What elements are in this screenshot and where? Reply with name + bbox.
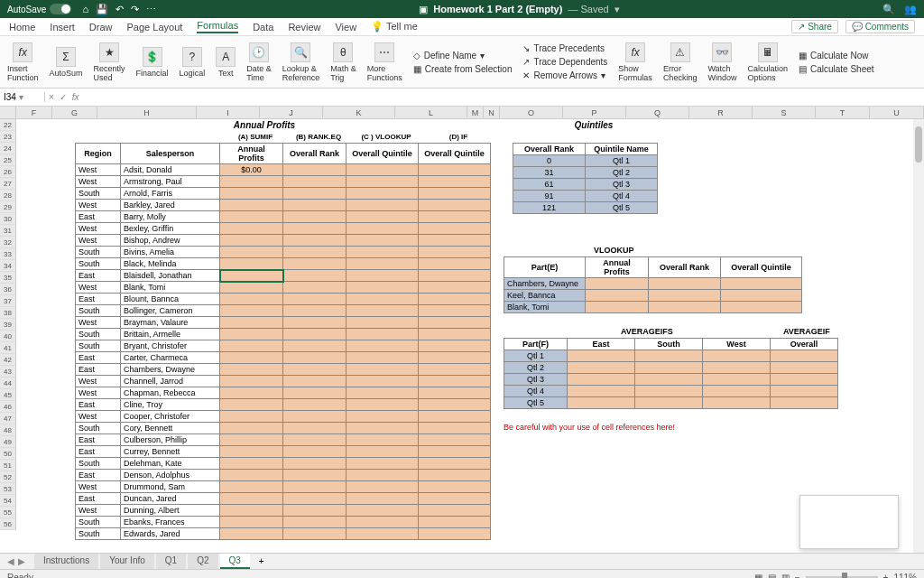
sheet-tab-q1[interactable]: Q1 (156, 554, 186, 569)
tab-formulas[interactable]: Formulas (197, 20, 238, 33)
create-from-selection-button[interactable]: ▦ Create from Selection (413, 64, 513, 74)
vlookup-table[interactable]: Part(E)Annual ProfitsOverall RankOverall… (504, 256, 802, 313)
watch-window-button[interactable]: 👓Watch Window (707, 42, 736, 82)
error-checking-button[interactable]: ⚠Error Checking (663, 42, 698, 82)
zoom-level[interactable]: 111% (893, 573, 917, 578)
sheet-area[interactable]: FGHIJKLMNOPQRSTU 22232425262728293031323… (0, 107, 924, 553)
sheet-tab-your-info[interactable]: Your Info (100, 554, 154, 569)
formula-bar: I34 ▾ ×✓ fx (0, 89, 924, 107)
sheet-tab-q3[interactable]: Q3 (220, 554, 250, 569)
tab-draw[interactable]: Draw (89, 22, 113, 33)
fx-label: fx (72, 92, 79, 102)
comments-button[interactable]: 💬 Comments (845, 20, 915, 33)
tab-data[interactable]: Data (253, 22, 273, 33)
quintiles-header: Quintiles (540, 120, 648, 130)
autosave-toggle[interactable]: AutoSave (7, 4, 71, 14)
status-ready: Ready (7, 573, 33, 578)
recently-used-button[interactable]: ★Recently Used (94, 42, 125, 82)
trace-dependents-button[interactable]: ↗ Trace Dependents (522, 57, 607, 67)
row-headers: 2223242526272829303132333435363738394041… (0, 119, 16, 530)
share-button[interactable]: ↗ Share (791, 20, 837, 33)
vlookup-header: VLOOKUP (594, 246, 634, 255)
averageifs-table[interactable]: Part(F)EastSouthWestOverallQtl 1Qtl 2Qtl… (504, 338, 838, 409)
text-button[interactable]: AText (216, 47, 236, 78)
calculation-options-button[interactable]: 🖩Calculation Options (747, 42, 788, 82)
remove-arrows-button[interactable]: ✕ Remove Arrows ▾ (522, 70, 607, 80)
add-sheet-button[interactable]: + (252, 555, 272, 568)
save-icon[interactable]: 💾 (96, 4, 108, 15)
annual-profits-header: Annual Profits (224, 120, 305, 130)
home-icon[interactable]: ⌂ (82, 4, 88, 15)
filename: Homework 1 Part 2 (Empty) (433, 4, 562, 14)
calculate-now-button[interactable]: ▦ Calculate Now (799, 51, 874, 61)
zoom-in-icon[interactable]: + (883, 573, 889, 578)
sheet-tab-instructions[interactable]: Instructions (34, 554, 98, 569)
trace-precedents-button[interactable]: ↘ Trace Precedents (522, 43, 607, 53)
ribbon-tabs: Home Insert Draw Page Layout Formulas Da… (0, 18, 924, 36)
doc-icon: ▣ (419, 4, 428, 15)
financial-button[interactable]: 💲Financial (136, 47, 169, 78)
tab-home[interactable]: Home (9, 22, 35, 33)
view-page-icon[interactable]: ▤ (768, 573, 776, 578)
math-button[interactable]: θMath & Trig (330, 42, 356, 82)
show-formulas-button[interactable]: fxShow Formulas (618, 42, 652, 82)
share-icon[interactable]: 👥 (904, 4, 917, 15)
zoom-out-icon[interactable]: − (795, 573, 800, 578)
search-icon[interactable]: 🔍 (882, 4, 895, 15)
view-break-icon[interactable]: ▥ (781, 573, 790, 578)
ribbon-content: fxInsert Function ΣAutoSum ★Recently Use… (0, 36, 924, 89)
titlebar: AutoSave ⌂ 💾 ↶ ↷ ⋯ ▣ Homework 1 Part 2 (… (0, 0, 924, 18)
be-careful-warning: Be careful with your use of cell referen… (504, 423, 675, 432)
define-name-button[interactable]: ◇ Define Name ▾ (413, 51, 513, 61)
grid[interactable]: Annual Profits (A) SUMIF (B) RANK.EQ (C … (16, 119, 913, 553)
tab-prev-icon[interactable]: ◀ (7, 556, 14, 566)
more-icon[interactable]: ⋯ (146, 4, 156, 15)
redo-icon[interactable]: ↷ (131, 4, 139, 15)
sheet-tabs: ◀ ▶ InstructionsYour InfoQ1Q2Q3 + (0, 553, 924, 569)
main-table[interactable]: RegionSalespersonAnnual ProfitsOverall R… (75, 143, 491, 540)
logical-button[interactable]: ?Logical (180, 47, 206, 78)
vertical-scrollbar[interactable] (913, 119, 924, 553)
tab-review[interactable]: Review (288, 22, 320, 33)
name-box[interactable]: I34 ▾ (0, 92, 45, 102)
tab-view[interactable]: View (335, 22, 356, 33)
autosum-button[interactable]: ΣAutoSum (50, 47, 83, 78)
averageif-header: AVERAGEIF (783, 327, 830, 336)
lookup-button[interactable]: 🔍Lookup & Reference (282, 42, 320, 82)
calculate-sheet-button[interactable]: ▤ Calculate Sheet (799, 64, 874, 74)
column-headers: FGHIJKLMNOPQRSTU (0, 107, 924, 119)
sheet-tab-q2[interactable]: Q2 (188, 554, 217, 569)
tab-pagelayout[interactable]: Page Layout (127, 22, 183, 33)
saved-status: — Saved (568, 4, 608, 14)
tab-insert[interactable]: Insert (50, 22, 75, 33)
quintile-table[interactable]: Overall RankQuintile Name0Qtl 131Qtl 261… (513, 143, 658, 214)
statusbar: Ready ▦ ▤ ▥ − + 111% (0, 569, 924, 578)
datetime-button[interactable]: 🕑Date & Time (246, 42, 272, 82)
tab-next-icon[interactable]: ▶ (18, 556, 25, 566)
undo-icon[interactable]: ↶ (116, 4, 124, 15)
tab-tellme[interactable]: 💡 Tell me (371, 21, 418, 33)
more-functions-button[interactable]: ⋯More Functions (367, 42, 402, 82)
view-normal-icon[interactable]: ▦ (754, 573, 762, 578)
averageifs-header: AVERAGEIFS (621, 327, 673, 336)
insert-function-button[interactable]: fxInsert Function (7, 42, 39, 82)
minimap[interactable] (799, 495, 899, 549)
